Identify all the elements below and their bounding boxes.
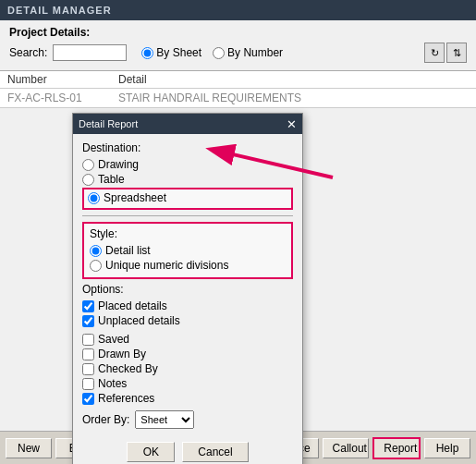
ok-button[interactable]: OK bbox=[127, 442, 175, 462]
dialog-close-button[interactable]: ✕ bbox=[287, 118, 297, 130]
style-label: Style: bbox=[90, 227, 286, 240]
dialog-title: Detail Report bbox=[79, 118, 138, 129]
dialog-footer: OK Cancel bbox=[73, 436, 302, 464]
dialog-body: Destination: Drawing Table Spreadsheet S… bbox=[73, 134, 302, 436]
cb-saved[interactable]: Saved bbox=[82, 333, 293, 346]
options-label: Options: bbox=[82, 283, 293, 296]
sort-icon[interactable]: ⇅ bbox=[446, 43, 467, 63]
search-input[interactable] bbox=[53, 44, 127, 61]
detail-table: Number Detail FX-AC-RLS-01 STAIR HANDRAI… bbox=[0, 71, 476, 107]
title-text: DETAIL MANAGER bbox=[7, 5, 112, 16]
col-header-detail: Detail bbox=[111, 71, 476, 89]
search-row: Search: By Sheet By Number ↻ ⇅ bbox=[9, 43, 467, 63]
radio-by-sheet[interactable]: By Sheet bbox=[141, 46, 201, 59]
cell-detail: STAIR HANDRAIL REQUIREMENTS bbox=[111, 89, 476, 108]
destination-label: Destination: bbox=[82, 141, 293, 154]
order-by-select[interactable]: Sheet Number bbox=[135, 410, 194, 429]
project-section: Project Details: Search: By Sheet By Num… bbox=[0, 20, 476, 71]
icon-buttons: ↻ ⇅ bbox=[424, 43, 467, 63]
search-label: Search: bbox=[9, 46, 47, 59]
table-row[interactable]: FX-AC-RLS-01 STAIR HANDRAIL REQUIREMENTS bbox=[0, 89, 476, 108]
cb-placed-details[interactable]: Placed details bbox=[82, 299, 293, 312]
radio-by-sheet-label: By Sheet bbox=[156, 46, 201, 59]
cb-unplaced-details[interactable]: Unplaced details bbox=[82, 314, 293, 327]
project-label: Project Details: bbox=[9, 26, 467, 39]
options-section: Options: Placed details Unplaced details… bbox=[82, 283, 293, 405]
style-unique-numeric[interactable]: Unique numeric divisions bbox=[90, 259, 286, 272]
style-detail-list[interactable]: Detail list bbox=[90, 244, 286, 257]
cb-drawn-by[interactable]: Drawn By bbox=[82, 348, 293, 360]
detail-report-dialog: Detail Report ✕ Destination: Drawing Tab… bbox=[72, 113, 303, 464]
radio-by-number[interactable]: By Number bbox=[213, 46, 283, 59]
new-button[interactable]: New bbox=[6, 438, 52, 458]
report-button[interactable]: Report bbox=[372, 437, 421, 459]
col-header-number: Number bbox=[0, 71, 111, 89]
cb-checked-by[interactable]: Checked By bbox=[82, 362, 293, 375]
destination-spreadsheet-box: Spreadsheet bbox=[82, 188, 293, 210]
order-by-row: Order By: Sheet Number bbox=[82, 410, 293, 429]
destination-table[interactable]: Table bbox=[82, 173, 293, 186]
table-container: Number Detail FX-AC-RLS-01 STAIR HANDRAI… bbox=[0, 71, 476, 108]
callout-button[interactable]: Callout bbox=[323, 438, 370, 458]
radio-by-number-label: By Number bbox=[227, 46, 283, 59]
style-box: Style: Detail list Unique numeric divisi… bbox=[82, 222, 293, 279]
order-by-label: Order By: bbox=[82, 413, 129, 426]
main-window: Project Details: Search: By Sheet By Num… bbox=[0, 20, 476, 464]
destination-spreadsheet[interactable]: Spreadsheet bbox=[88, 191, 287, 204]
title-bar: DETAIL MANAGER bbox=[0, 0, 476, 20]
destination-drawing[interactable]: Drawing bbox=[82, 158, 293, 171]
radio-group: By Sheet By Number bbox=[141, 46, 283, 59]
refresh-icon[interactable]: ↻ bbox=[424, 43, 445, 63]
cb-notes[interactable]: Notes bbox=[82, 377, 293, 390]
cancel-button[interactable]: Cancel bbox=[182, 442, 248, 462]
dialog-titlebar: Detail Report ✕ bbox=[73, 114, 302, 134]
help-button[interactable]: Help bbox=[424, 438, 470, 458]
cell-number: FX-AC-RLS-01 bbox=[0, 89, 111, 108]
cb-references[interactable]: References bbox=[82, 392, 293, 405]
